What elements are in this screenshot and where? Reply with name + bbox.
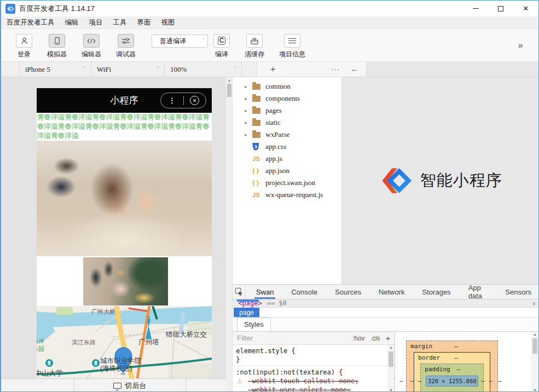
chevron-down-icon: ˇ [157,66,159,72]
inline-style-selector[interactable]: element.style { [236,347,385,355]
devtools-tab-bar: Swan Console Sources Network Storages Ap… [233,285,538,299]
poi-icon [92,359,100,367]
pseudo-state-toggle[interactable]: :hov [352,335,365,342]
scroll-down-icon[interactable]: ▼ [533,388,537,392]
tree-file-appjs[interactable]: JS app.js [233,153,341,165]
zoom-dropdown[interactable]: 100% ˇ [165,62,242,77]
menu-project[interactable]: 项目 [89,18,103,27]
clear-cache-button[interactable]: 清缓存 [245,34,264,59]
logo-text: 智能小程序 [420,170,502,192]
toolbar-overflow-button[interactable]: » [518,40,523,51]
cache-box-icon [246,34,263,48]
tree-file-projectswanjson[interactable]: { } project.swan.json [233,177,341,189]
scrollbar-thumb[interactable] [389,351,393,367]
rule-selector[interactable]: :not(input):not(textarea) { [236,368,385,377]
tree-file-appjson[interactable]: { } app.json [233,165,341,177]
tab-storages[interactable]: Storages [415,285,458,299]
expand-arrow-icon[interactable]: ▸ [245,96,252,101]
tab-console[interactable]: Console [284,285,324,299]
tab-styles[interactable]: Styles [237,318,270,331]
compile-mode-dropdown[interactable]: 普通编译 ˇ [152,34,208,48]
scroll-toggle-icon[interactable]: ⇕ [532,300,536,306]
tree-folder-components[interactable]: ▸ components [233,93,341,105]
minimize-icon [473,8,479,9]
style-property[interactable]: -webkit-user-select: none; [236,385,385,392]
device-model-dropdown[interactable]: iPhone 5 ˇ [20,62,91,77]
menu-view[interactable]: 视图 [161,18,175,27]
breadcrumb-page[interactable]: page [234,308,259,317]
network-dropdown[interactable]: WiFi ˇ [91,62,165,77]
json-file-icon: { } [252,168,259,174]
folder-icon [252,132,260,138]
scrollbar-thumb[interactable] [532,338,537,354]
menu-tools[interactable]: 工具 [113,18,127,27]
tab-app-data[interactable]: App data [461,285,495,299]
warning-icon: ⚠ [237,377,242,385]
device-settings: iPhone 5 ˇ WiFi ˇ 100% ˇ [1,62,250,77]
miniapp-close-button[interactable]: ✕ [184,96,206,105]
style-property[interactable]: ⚠ -webkit-touch-callout: none; [236,377,385,385]
switch-background-button[interactable]: 切后台 [74,381,186,391]
tree-folder-wxparse[interactable]: ▸ wxParse [233,129,341,141]
menu-interface[interactable]: 界面 [137,18,151,27]
miniapp-capsule: ⋮ ✕ [160,93,206,108]
photo-strip [37,256,212,306]
tab-sources[interactable]: Sources [328,285,368,299]
simulator-toggle-button[interactable]: 模拟器 [47,34,67,59]
debugger-toggle-button[interactable]: 调试器 [116,34,136,59]
file-panel-more-button[interactable]: ··· [331,65,340,74]
tree-folder-pages[interactable]: ▸ pages [233,105,341,117]
editor-toggle-button[interactable]: 编辑器 [82,34,101,59]
scroll-up-icon[interactable]: ▲ [533,332,537,336]
login-button[interactable]: 登录 [16,34,32,59]
inspect-element-button[interactable] [233,285,246,299]
minimize-button[interactable] [463,1,488,16]
tree-folder-static[interactable]: ▸ static [233,117,341,129]
close-button[interactable]: ✕ [513,1,538,16]
tab-network[interactable]: Network [372,285,412,299]
dom-tree-row[interactable]: <page> == $0 ⇕ [233,299,538,308]
window-title: 百度开发者工具 1.14.17 [19,4,95,14]
menu-dots-icon[interactable]: ⋮ [161,97,183,104]
compile-group: 普通编译 ˇ C 编译 [152,34,230,59]
tab-swan[interactable]: Swan [249,285,281,299]
box-model-content[interactable]: 320 × 1255.860 [426,376,478,387]
tab-sensors[interactable]: Sensors [498,285,538,299]
titlebar: 百度开发者工具 1.14.17 ✕ [1,1,538,16]
map-label-park2: 乐园 [37,345,44,352]
styles-scrollbar[interactable]: ▲ ▼ [387,345,395,392]
scroll-up-icon[interactable]: ▲ [389,345,393,349]
chevron-down-icon: ˇ [84,66,85,72]
add-file-button[interactable]: + [270,64,276,75]
menu-edit[interactable]: 编辑 [65,18,79,27]
tree-file-wxqueuerequestjs[interactable]: JS wx-queue-request.js [233,189,341,201]
styles-pane: Filter :hov .cls + element.style { } :n [233,332,395,392]
filter-input[interactable]: Filter [237,334,253,342]
expand-arrow-icon[interactable]: ▸ [245,132,252,137]
project-info-button[interactable]: 项目信息 [279,34,305,59]
editor-placeholder: 智能小程序 [342,77,538,284]
panel-scrollbar[interactable]: ▲ [226,77,233,392]
maximize-button[interactable] [488,1,513,16]
scroll-down-icon[interactable]: ▼ [389,388,393,392]
new-style-rule-button[interactable]: + [386,333,391,343]
map-view[interactable]: 广州大桥 滨江东路 广州塔 猎德大桥立交 城市职业学院 (海珠校区) 中山大学 … [37,306,212,378]
class-toggle[interactable]: .cls [370,335,380,342]
element-ref: == $0 [267,299,287,307]
tree-folder-common[interactable]: ▸ common [233,80,341,93]
box-model-scrollbar[interactable]: ▲ ▼ [531,332,538,392]
tree-file-appcss[interactable]: 3 app.css [233,141,341,153]
expand-arrow-icon[interactable]: ▸ [245,120,252,125]
collapse-panel-button[interactable]: ← [351,65,358,74]
expand-arrow-icon[interactable]: ▸ [245,108,252,113]
compile-button[interactable]: C 编译 [213,34,230,59]
expand-arrow-icon[interactable]: ▸ [245,84,252,89]
menu-app[interactable]: 百度开发者工具 [7,18,55,27]
code-icon [83,34,100,48]
devtools-panel: Swan Console Sources Network Storages Ap… [233,284,538,392]
scrollbar-thumb[interactable] [227,84,231,97]
folder-icon [252,108,260,114]
scroll-up-icon[interactable]: ▲ [227,78,231,82]
photo-children [37,141,212,256]
simulator-panel: 小程序 ⋮ ✕ 青春洋溢青春洋溢青春洋溢青春洋溢青春洋溢青春洋溢青春洋溢青春洋溢… [1,77,226,392]
